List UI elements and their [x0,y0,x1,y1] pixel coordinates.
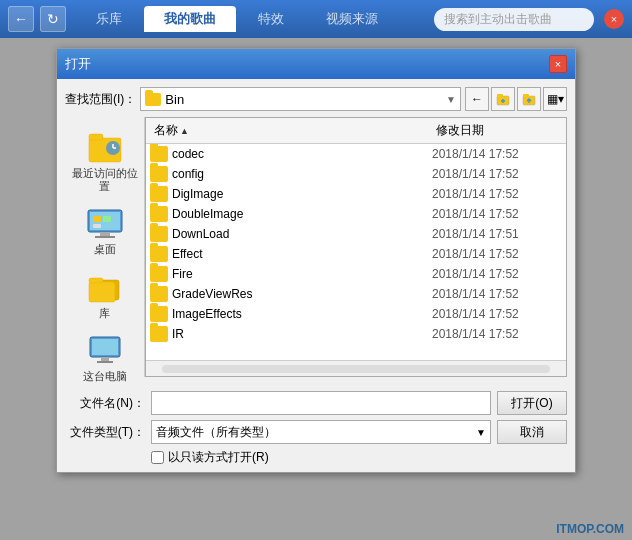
desktop-icon [85,205,125,241]
window-close-button[interactable]: × [604,9,624,29]
horizontal-scrollbar[interactable] [146,360,566,376]
scrollbar-track [162,365,550,373]
folder-icon [150,326,168,342]
column-date[interactable]: 修改日期 [432,120,562,141]
library-icon [85,269,125,305]
file-name: config [172,167,432,181]
file-name: IR [172,327,432,341]
file-name: Fire [172,267,432,281]
filename-row: 文件名(N)： 打开(O) [65,391,567,415]
cancel-button[interactable]: 取消 [497,420,567,444]
file-name: DigImage [172,187,432,201]
readonly-row: 以只读方式打开(R) [65,449,567,466]
file-date: 2018/1/14 17:52 [432,167,562,181]
list-item[interactable]: config 2018/1/14 17:52 [146,164,566,184]
sidebar-label-desktop: 桌面 [94,243,116,256]
main-pane: 最近访问的位置 [65,117,567,377]
list-item[interactable]: DoubleImage 2018/1/14 17:52 [146,204,566,224]
file-list-header: 名称 ▲ 修改日期 [146,118,566,144]
file-name: ImageEffects [172,307,432,321]
sidebar-label-computer: 这台电脑 [83,370,127,383]
dialog-footer: 文件名(N)： 打开(O) 文件类型(T)： 音频文件（所有类型） ▼ 取消 [57,385,575,472]
tab-videosource[interactable]: 视频来源 [306,6,398,32]
readonly-checkbox[interactable] [151,451,164,464]
search-bar: 搜索到主动出击歌曲 [434,8,594,31]
svg-rect-20 [89,282,115,302]
location-dropdown[interactable]: Bin ▼ [140,87,461,111]
readonly-label: 以只读方式打开(R) [168,449,269,466]
folder-up-button[interactable] [517,87,541,111]
tab-library[interactable]: 乐库 [76,6,142,32]
svg-rect-25 [97,361,113,363]
refresh-button[interactable]: ↻ [40,6,66,32]
sidebar-item-desktop[interactable]: 桌面 [68,201,142,260]
dialog-titlebar: 打开 × [57,49,575,79]
svg-rect-1 [497,94,503,97]
file-date: 2018/1/14 17:52 [432,267,562,281]
sidebar-item-computer[interactable]: 这台电脑 [68,328,142,387]
open-button[interactable]: 打开(O) [497,391,567,415]
filetype-value: 音频文件（所有类型） [156,424,276,441]
file-name: GradeViewRes [172,287,432,301]
tab-bar: 乐库 我的歌曲 特效 视频来源 [76,6,428,32]
dialog-close-button[interactable]: × [549,55,567,73]
svg-rect-24 [101,357,109,361]
new-folder-button[interactable] [491,87,515,111]
location-value: Bin [165,92,184,107]
computer-icon [85,332,125,368]
title-bar: ← ↻ 乐库 我的歌曲 特效 视频来源 搜索到主动出击歌曲 × [0,0,632,38]
toolbar-buttons: ← [465,87,567,111]
folder-icon [150,186,168,202]
file-name: Effect [172,247,432,261]
dropdown-arrow-icon: ▼ [446,94,456,105]
column-name[interactable]: 名称 ▲ [150,120,432,141]
dialog-title: 打开 [65,55,91,73]
file-open-dialog: 打开 × 查找范围(I)： Bin ▼ ← [56,48,576,473]
app-window: ← ↻ 乐库 我的歌曲 特效 视频来源 搜索到主动出击歌曲 × 打开 × [0,0,632,540]
dialog-body: 查找范围(I)： Bin ▼ ← [57,79,575,385]
file-date: 2018/1/14 17:52 [432,307,562,321]
file-date: 2018/1/14 17:51 [432,227,562,241]
list-item[interactable]: IR 2018/1/14 17:52 [146,324,566,344]
list-item[interactable]: ImageEffects 2018/1/14 17:52 [146,304,566,324]
tab-effects[interactable]: 特效 [238,6,304,32]
location-bar: 查找范围(I)： Bin ▼ ← [65,87,567,111]
svg-rect-18 [93,224,101,228]
svg-rect-15 [95,236,115,238]
file-name: DoubleImage [172,207,432,221]
filename-input[interactable] [151,391,491,415]
list-item[interactable]: Fire 2018/1/14 17:52 [146,264,566,284]
list-item[interactable]: codec 2018/1/14 17:52 [146,144,566,164]
sidebar-item-recent[interactable]: 最近访问的位置 [68,125,142,197]
file-list: codec 2018/1/14 17:52 config 2018/1/14 1… [146,144,566,360]
file-date: 2018/1/14 17:52 [432,147,562,161]
file-name: DownLoad [172,227,432,241]
file-date: 2018/1/14 17:52 [432,247,562,261]
filetype-label: 文件类型(T)： [65,424,145,441]
file-list-container: 名称 ▲ 修改日期 codec 2018/1/14 17:52 config 2… [145,117,567,377]
svg-rect-5 [523,94,529,97]
folder-icon [145,93,161,106]
file-date: 2018/1/14 17:52 [432,187,562,201]
filetype-select[interactable]: 音频文件（所有类型） ▼ [151,420,491,444]
svg-rect-8 [89,134,103,140]
folder-icon [150,146,168,162]
sidebar-item-library[interactable]: 库 [68,265,142,324]
tab-mysongs[interactable]: 我的歌曲 [144,6,236,32]
back-button[interactable]: ← [8,6,34,32]
view-button[interactable]: ▦▾ [543,87,567,111]
folder-icon [150,246,168,262]
sidebar-label-library: 库 [99,307,110,320]
filename-label: 文件名(N)： [65,395,145,412]
back-nav-button[interactable]: ← [465,87,489,111]
list-item[interactable]: DigImage 2018/1/14 17:52 [146,184,566,204]
list-item[interactable]: GradeViewRes 2018/1/14 17:52 [146,284,566,304]
sort-arrow-icon: ▲ [180,126,189,136]
list-item[interactable]: DownLoad 2018/1/14 17:51 [146,224,566,244]
file-date: 2018/1/14 17:52 [432,327,562,341]
file-date: 2018/1/14 17:52 [432,207,562,221]
app-content: 打开 × 查找范围(I)： Bin ▼ ← [0,38,632,540]
folder-icon [150,306,168,322]
sidebar-label-recent: 最近访问的位置 [72,167,138,193]
list-item[interactable]: Effect 2018/1/14 17:52 [146,244,566,264]
